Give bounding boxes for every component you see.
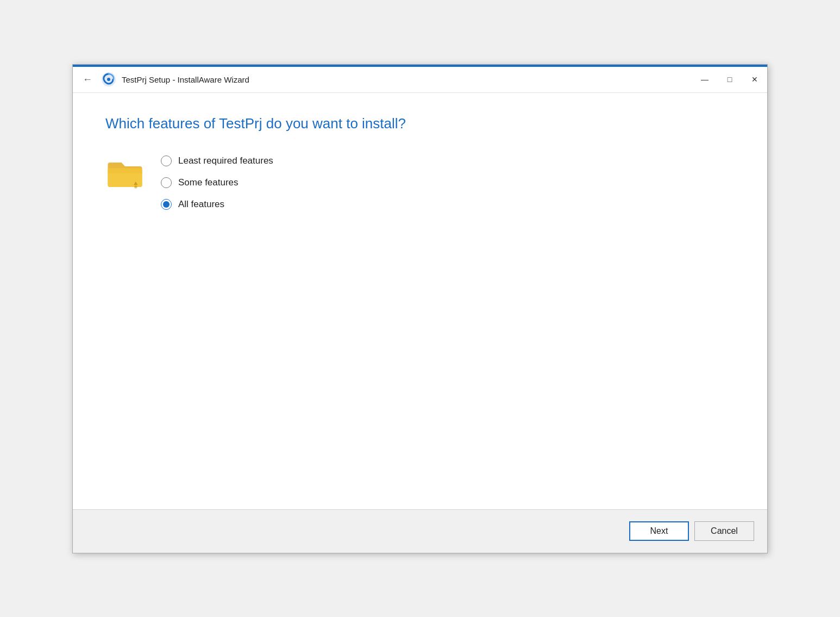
title-bar-left: ← TestPrj Setup - InstallAware Wizard: [79, 72, 249, 88]
radio-all-label: All features: [178, 199, 224, 210]
radio-group: Least required features Some features Al…: [161, 155, 273, 210]
radio-some[interactable]: [161, 177, 172, 188]
title-bar: ← TestPrj Setup - InstallAware Wizard — …: [73, 67, 767, 93]
back-button[interactable]: ←: [79, 72, 96, 88]
radio-least-label: Least required features: [178, 155, 273, 166]
radio-least[interactable]: [161, 155, 172, 166]
features-section: Least required features Some features Al…: [105, 152, 735, 210]
next-button[interactable]: Next: [629, 521, 689, 541]
radio-all[interactable]: [161, 199, 172, 210]
page-title: Which features of TestPrj do you want to…: [105, 115, 735, 133]
radio-item-least[interactable]: Least required features: [161, 155, 273, 166]
radio-some-label: Some features: [178, 177, 239, 188]
svg-point-1: [107, 78, 110, 81]
window-title: TestPrj Setup - InstallAware Wizard: [122, 75, 249, 84]
minimize-button[interactable]: —: [692, 66, 717, 92]
radio-item-all[interactable]: All features: [161, 199, 273, 210]
app-logo-icon: [101, 72, 116, 87]
close-button[interactable]: ✕: [742, 66, 767, 92]
window-controls: — □ ✕: [692, 66, 767, 92]
cancel-button[interactable]: Cancel: [694, 521, 754, 541]
radio-item-some[interactable]: Some features: [161, 177, 273, 188]
installer-window: ← TestPrj Setup - InstallAware Wizard — …: [72, 64, 768, 553]
folder-icon: [105, 152, 145, 191]
maximize-button[interactable]: □: [717, 66, 742, 92]
footer: Next Cancel: [73, 509, 767, 553]
svg-point-2: [134, 185, 137, 188]
content-area: Which features of TestPrj do you want to…: [73, 93, 767, 509]
